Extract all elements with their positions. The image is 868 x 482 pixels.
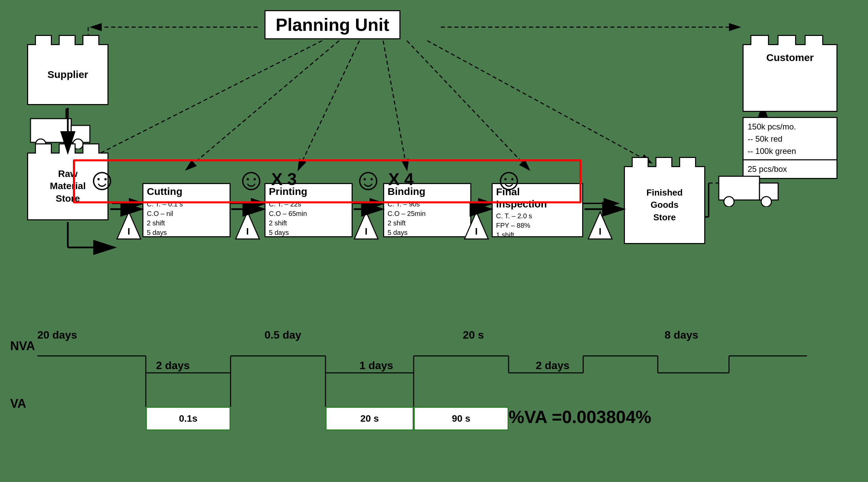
nva-1day: 1 days <box>359 359 393 372</box>
va-box-printing: 20 s <box>326 407 414 430</box>
nva-label: NVA <box>10 339 35 353</box>
svg-text:I: I <box>127 226 130 237</box>
binding-operator-count: X 4 <box>388 169 414 189</box>
nva-20s: 20 s <box>463 329 484 341</box>
nva-2days-2: 2 days <box>536 359 570 372</box>
inventory-before-binding: I <box>353 210 380 242</box>
printing-operator: ☺ <box>236 162 267 197</box>
customer-truck <box>715 173 783 208</box>
svg-rect-42 <box>31 119 71 142</box>
cutting-details: C. T. – 0.1 sC.O – nil2 shift5 days <box>147 199 183 237</box>
cutting-operator: ☺ <box>86 162 118 197</box>
inventory-before-cutting: I <box>115 210 142 242</box>
binding-details: C. T. – 90sC.O – 25min2 shift5 days <box>388 199 426 237</box>
finished-goods-store: FinishedGoodsStore <box>624 166 705 244</box>
svg-text:I: I <box>365 226 368 237</box>
inspection-details: C. T. – 2.0 sFPY – 88%1 shift <box>496 211 532 240</box>
svg-line-15 <box>427 41 651 163</box>
svg-text:I: I <box>246 226 249 237</box>
printing-operator-count: X 3 <box>271 169 297 189</box>
customer-factory: Customer <box>743 44 837 112</box>
customer-info-1: 150k pcs/mo. -- 50k red -- 100k green <box>743 117 837 161</box>
svg-line-13 <box>407 41 529 169</box>
va-label: VA <box>10 397 26 411</box>
svg-line-12 <box>383 41 407 169</box>
printing-details: C. T. – 22sC.O – 65min2 shift5 days <box>269 199 307 237</box>
svg-text:I: I <box>599 226 601 237</box>
svg-line-10 <box>186 41 339 169</box>
nva-8days: 8 days <box>665 329 698 341</box>
nva-2days-1: 2 days <box>156 359 190 372</box>
svg-point-49 <box>761 197 771 207</box>
planning-unit-title: Planning Unit <box>264 10 400 39</box>
supplier-label: Supplier <box>47 69 88 80</box>
svg-text:I: I <box>475 226 478 237</box>
svg-point-48 <box>724 197 734 207</box>
binding-operator: ☺ <box>353 162 384 197</box>
finished-goods-label: FinishedGoodsStore <box>647 186 683 223</box>
va-box-cutting: 0.1s <box>146 407 231 430</box>
customer-label: Customer <box>766 52 814 63</box>
inventory-before-finished: I <box>587 210 614 242</box>
svg-line-11 <box>298 41 359 169</box>
supplier-factory: Supplier <box>27 44 108 105</box>
inspection-operator: ☺ <box>493 162 525 197</box>
inventory-before-printing: I <box>234 210 261 242</box>
svg-rect-46 <box>719 176 760 200</box>
inventory-before-inspection: I <box>463 210 490 242</box>
nva-0-5day: 0.5 day <box>264 329 301 341</box>
pct-va-text: %VA =0.003804% <box>509 407 651 427</box>
nva-20days: 20 days <box>37 329 77 341</box>
svg-line-14 <box>81 41 322 163</box>
va-box-binding: 90 s <box>414 407 509 430</box>
